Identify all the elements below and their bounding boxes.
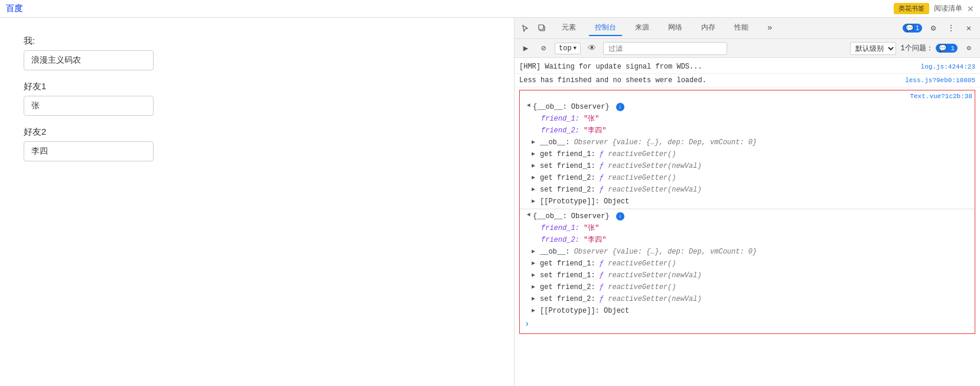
me-field-group: 我:	[24, 35, 490, 70]
main-content: 我: 好友1 好友2	[0, 18, 980, 386]
expand-arrow-ob1[interactable]: ▶	[532, 137, 539, 148]
devtools-second-toolbar: ▶ ⊘ top ▼ 👁 默认级别 1个问题： 💬 1 ⚙	[515, 39, 980, 58]
info-icon-1: i	[616, 103, 624, 111]
browser-right-actions: 类花书签 阅读清单 ✕	[894, 3, 974, 14]
obj-block1-set-f1[interactable]: ▶ set friend_1: ƒ reactiveSetter(newVal)	[520, 160, 975, 172]
expand-arrow-b2-get-f1[interactable]: ▶	[532, 258, 539, 269]
console-line-less: Less has finished and no sheets were loa…	[515, 74, 980, 87]
obj-block2-proto[interactable]: ▶ [[Prototype]]: Object	[520, 305, 975, 317]
expand-arrow-1[interactable]: ▼	[523, 103, 533, 111]
tab-network[interactable]: 网络	[662, 20, 688, 36]
expand-arrow-ob2[interactable]: ▶	[532, 246, 539, 257]
expand-arrow-proto1[interactable]: ▶	[532, 196, 539, 207]
tab-elements[interactable]: 元素	[556, 20, 582, 36]
cursor-chevron: ›	[525, 319, 529, 329]
console-line-hmr: [HMR] Waiting for update signal from WDS…	[515, 60, 980, 74]
b2-friend2-key: friend_2:	[541, 235, 584, 245]
console-badge: 💬 1	[903, 24, 922, 33]
me-input[interactable]	[24, 50, 154, 70]
expand-arrow-b2-set-f1[interactable]: ▶	[532, 270, 539, 281]
close-icon[interactable]: ✕	[967, 4, 974, 14]
more-options-icon[interactable]: ⋮	[945, 22, 958, 35]
me-label: 我:	[24, 35, 490, 47]
console-cursor[interactable]: ›	[520, 317, 975, 331]
tab-memory[interactable]: 内存	[695, 20, 721, 36]
obj-block1-ob[interactable]: ▶ __ob__: Observer {value: {…}, dep: Dep…	[520, 137, 975, 148]
friend2-val: "李四"	[584, 125, 606, 136]
bookmark-button[interactable]: 类花书签	[894, 3, 929, 14]
obj-block2-ob[interactable]: ▶ __ob__: Observer {value: {…}, dep: Dep…	[520, 246, 975, 258]
expand-arrow-get-f2[interactable]: ▶	[532, 173, 539, 183]
issues-label: 1个问题：	[901, 43, 933, 53]
browser-logo-area: 百度	[6, 4, 22, 14]
issues-count: 💬 1	[936, 44, 958, 53]
block1-header-text: {__ob__: Observer} i	[533, 102, 624, 112]
reader-button[interactable]: 阅读清单	[934, 4, 962, 14]
expand-arrow-get-f1[interactable]: ▶	[532, 149, 539, 160]
copy-icon[interactable]	[536, 22, 549, 35]
issues-badge: 1个问题： 💬 1	[901, 43, 958, 53]
expand-arrow-proto2[interactable]: ▶	[532, 306, 539, 316]
browser-top-bar: 百度 类花书签 阅读清单 ✕	[0, 0, 980, 18]
tab-performance[interactable]: 性能	[728, 20, 754, 36]
expand-arrow-set-f1[interactable]: ▶	[532, 161, 539, 171]
obj-block2-get-f2[interactable]: ▶ get friend_2: ƒ reactiveGetter()	[520, 281, 975, 293]
obj-block1-proto[interactable]: ▶ [[Prototype]]: Object	[520, 196, 975, 207]
obj-block1-get-f1[interactable]: ▶ get friend_1: ƒ reactiveGetter()	[520, 148, 975, 160]
friend1-input[interactable]	[24, 96, 154, 116]
close-devtools-icon[interactable]: ✕	[962, 22, 975, 35]
obj-block1-get-f2[interactable]: ▶ get friend_2: ƒ reactiveGetter()	[520, 172, 975, 184]
friend2-field-group: 好友2	[24, 126, 490, 161]
log-level-select[interactable]: 默认级别	[850, 42, 896, 55]
top-dropdown[interactable]: top ▼	[555, 43, 581, 54]
b2-friend2-val: "李四"	[584, 235, 606, 245]
obj-block1-friend2: friend_2: "李四"	[520, 125, 975, 137]
filter-input[interactable]	[603, 42, 727, 55]
settings-icon[interactable]: ⚙	[927, 22, 940, 35]
expand-arrow-set-f2[interactable]: ▶	[532, 184, 539, 195]
top-dropdown-label: top	[559, 44, 572, 53]
hmr-source[interactable]: log.js:4244:23	[921, 61, 975, 72]
tab-more[interactable]: »	[761, 21, 778, 36]
devtools-panel: 元素 控制台 来源 网络 内存 性能 » 💬 1 ⚙ ⋮ ✕ ▶ ⊘ top	[514, 18, 980, 386]
no-entry-icon[interactable]: ⊘	[537, 42, 550, 55]
devtools-left-icons	[519, 22, 549, 35]
svg-rect-1	[539, 25, 543, 30]
b2-friend1-val: "张"	[584, 223, 599, 233]
obj-block2-header[interactable]: ▼ {__ob__: Observer} i	[520, 210, 975, 222]
obj-block1-friend1: friend_1: "张"	[520, 113, 975, 125]
obj-block1-set-f2[interactable]: ▶ set friend_2: ƒ reactiveSetter(newVal)	[520, 184, 975, 196]
friend1-key: friend_1:	[541, 113, 584, 124]
obj-block2-friend2: friend_2: "李四"	[520, 234, 975, 246]
expand-arrow-2[interactable]: ▼	[523, 213, 533, 220]
expand-arrow-b2-get-f2[interactable]: ▶	[532, 282, 539, 293]
console-settings-icon[interactable]: ⚙	[962, 42, 975, 55]
ob1-text: __ob__: Observer {value: {…}, dep: Dep, …	[540, 137, 757, 148]
cursor-icon[interactable]	[519, 22, 532, 35]
obj-block1-header[interactable]: ▼ {__ob__: Observer} i	[520, 101, 975, 113]
devtools-right-icons: 💬 1 ⚙ ⋮ ✕	[903, 22, 975, 35]
b2-friend1-key: friend_1:	[541, 223, 584, 233]
info-icon-2: i	[616, 212, 624, 220]
friend1-label: 好友1	[24, 81, 490, 92]
obj-block2-set-f1[interactable]: ▶ set friend_1: ƒ reactiveSetter(newVal)	[520, 270, 975, 281]
console-output: [HMR] Waiting for update signal from WDS…	[515, 58, 980, 386]
tab-sources[interactable]: 来源	[629, 20, 655, 36]
tab-console[interactable]: 控制台	[589, 20, 622, 36]
friend1-val: "张"	[584, 113, 599, 124]
expand-arrow-b2-set-f2[interactable]: ▶	[532, 294, 539, 304]
less-text: Less has finished and no sheets were loa…	[519, 75, 706, 86]
vue-app-panel: 我: 好友1 好友2	[0, 18, 514, 386]
friend2-label: 好友2	[24, 126, 490, 138]
play-icon[interactable]: ▶	[519, 42, 532, 55]
obj-block2-set-f2[interactable]: ▶ set friend_2: ƒ reactiveSetter(newVal)	[520, 293, 975, 305]
eye-icon[interactable]: 👁	[585, 42, 598, 55]
inspector-source[interactable]: Text.vue?1c2b:38	[910, 93, 972, 100]
less-source[interactable]: less.js?9eb0:10805	[905, 75, 975, 86]
devtools-top-toolbar: 元素 控制台 来源 网络 内存 性能 » 💬 1 ⚙ ⋮ ✕	[515, 18, 980, 39]
hmr-text: [HMR] Waiting for update signal from WDS…	[519, 61, 702, 72]
obj-block2-get-f1[interactable]: ▶ get friend_1: ƒ reactiveGetter()	[520, 258, 975, 270]
obj-block2-friend1: friend_1: "张"	[520, 222, 975, 234]
friend2-input[interactable]	[24, 141, 154, 161]
friend2-key: friend_2:	[541, 125, 584, 136]
